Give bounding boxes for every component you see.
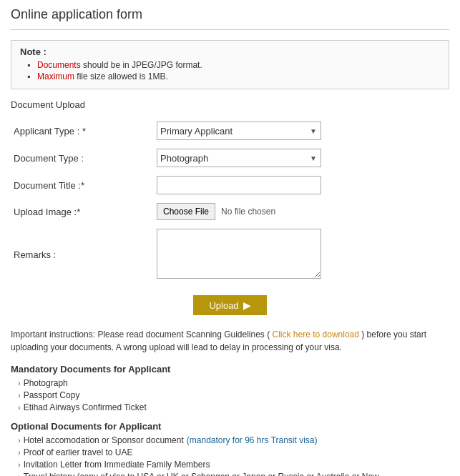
remarks-label: Remarks : <box>11 224 154 285</box>
document-title-cell <box>154 172 449 199</box>
title-divider <box>11 29 449 30</box>
chevron-icon-7: › <box>18 472 21 476</box>
applicant-type-row: Applicant Type : * Primary Applicant Sec… <box>11 117 449 144</box>
applicant-type-cell: Primary Applicant Secondary Applicant Ch… <box>154 117 449 144</box>
document-upload-label: Document Upload <box>11 99 449 110</box>
mandatory-photograph-text: Photograph <box>24 378 68 388</box>
note-item-2: Maximum file size allowed is 1MB. <box>27 71 440 81</box>
applicant-type-select[interactable]: Primary Applicant Secondary Applicant Ch… <box>157 122 321 140</box>
upload-image-row: Upload Image :* Choose File No file chos… <box>11 199 449 224</box>
mandatory-ticket-text: Etihad Airways Confirmed Ticket <box>24 402 147 412</box>
optional-item-invitation: › Invitation Letter from Immediate Famil… <box>18 460 449 470</box>
note-item-1: Documents should be in JPEG/JPG format. <box>27 60 440 70</box>
document-title-input[interactable] <box>157 176 321 194</box>
note-label: Note : <box>20 46 440 57</box>
optional-invitation-text: Invitation Letter from Immediate Family … <box>24 460 210 470</box>
optional-proof-text: Proof of earlier travel to UAE <box>24 447 133 457</box>
chevron-icon-5: › <box>18 448 21 457</box>
optional-item-travel-history: › Travel history (copy of visa to USA or… <box>18 472 449 476</box>
instructions-section: Important instructions: Please read docu… <box>11 328 449 354</box>
document-title-label: Document Title :* <box>11 172 154 199</box>
chevron-icon-1: › <box>18 379 21 387</box>
mandatory-item-passport: › Passport Copy <box>18 390 449 400</box>
chevron-icon-3: › <box>18 403 21 412</box>
upload-button-label: Upload <box>209 300 238 311</box>
optional-heading: Optional Documents for Applicant <box>11 421 449 432</box>
optional-hotel-text: Hotel accomodation or Sponsor document <box>24 435 184 445</box>
optional-item-proof: › Proof of earlier travel to UAE <box>18 447 449 457</box>
mandatory-heading: Mandatory Documents for Applicant <box>11 364 449 375</box>
document-title-row: Document Title :* <box>11 172 449 199</box>
document-type-select-wrapper[interactable]: Photograph Passport Copy Ticket Other <box>157 149 321 167</box>
document-type-row: Document Type : Photograph Passport Copy… <box>11 144 449 172</box>
mandatory-doc-list: › Photograph › Passport Copy › Etihad Ai… <box>11 378 449 412</box>
mandatory-item-ticket: › Etihad Airways Confirmed Ticket <box>18 402 449 412</box>
note-highlight-2: Maximum <box>37 71 74 81</box>
upload-btn-wrapper: Upload ▶ <box>11 295 449 315</box>
optional-hotel-link: (mandatory for 96 hrs Transit visa) <box>187 435 318 445</box>
note-text-2: file size allowed is 1MB. <box>77 71 167 81</box>
document-type-label: Document Type : <box>11 144 154 172</box>
page-title: Online application form <box>11 7 449 22</box>
chevron-icon-2: › <box>18 391 21 400</box>
applicant-type-select-wrapper[interactable]: Primary Applicant Secondary Applicant Ch… <box>157 122 321 140</box>
no-file-text: No file chosen <box>221 207 275 217</box>
note-text-1: should be in JPEG/JPG format. <box>83 60 202 70</box>
remarks-row: Remarks : <box>11 224 449 285</box>
file-upload-wrapper: Choose File No file chosen <box>157 203 446 220</box>
document-type-cell: Photograph Passport Copy Ticket Other <box>154 144 449 172</box>
choose-file-button[interactable]: Choose File <box>157 203 215 220</box>
page-container: Online application form Note : Documents… <box>0 0 460 476</box>
click-here-link[interactable]: Click here to download <box>273 329 359 339</box>
upload-image-cell: Choose File No file chosen <box>154 199 449 224</box>
chevron-icon-6: › <box>18 460 21 469</box>
remarks-textarea[interactable] <box>157 229 321 279</box>
note-box: Note : Documents should be in JPEG/JPG f… <box>11 40 449 89</box>
note-list: Documents should be in JPEG/JPG format. … <box>20 60 440 81</box>
upload-arrow-icon: ▶ <box>243 299 251 311</box>
remarks-cell <box>154 224 449 285</box>
optional-travel-text: Travel history (copy of visa to USA or U… <box>24 472 379 476</box>
mandatory-passport-text: Passport Copy <box>24 390 80 400</box>
note-highlight-1: Documents <box>37 60 81 70</box>
optional-item-hotel: › Hotel accomodation or Sponsor document… <box>18 435 449 445</box>
form-table: Applicant Type : * Primary Applicant Sec… <box>11 117 449 285</box>
mandatory-item-photograph: › Photograph <box>18 378 449 388</box>
upload-button[interactable]: Upload ▶ <box>193 295 266 315</box>
upload-image-label: Upload Image :* <box>11 199 154 224</box>
mandatory-section: Mandatory Documents for Applicant › Phot… <box>11 364 449 412</box>
optional-section: Optional Documents for Applicant › Hotel… <box>11 421 449 476</box>
applicant-type-label: Applicant Type : * <box>11 117 154 144</box>
document-type-select[interactable]: Photograph Passport Copy Ticket Other <box>157 149 321 167</box>
instructions-text-before: Important instructions: Please read docu… <box>11 329 273 339</box>
chevron-icon-4: › <box>18 436 21 445</box>
optional-doc-list: › Hotel accomodation or Sponsor document… <box>11 435 449 476</box>
